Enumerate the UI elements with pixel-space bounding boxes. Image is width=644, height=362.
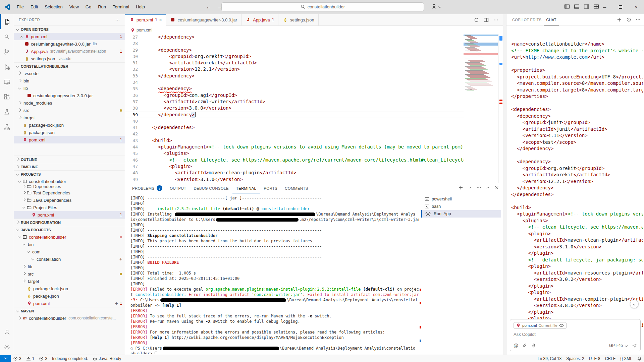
status-3[interactable]: 3 (11, 355, 24, 362)
tree-item[interactable]: pom.xml1 (14, 211, 125, 219)
tree-item[interactable]: cesiumlanguagewriter-3.0.0.jar (14, 92, 125, 99)
terminal-instance-bash[interactable]: bash (421, 203, 501, 210)
tree-item[interactable]: Dependencies (14, 185, 125, 189)
activity-remote[interactable] (0, 74, 14, 89)
menu-edit[interactable]: Edit (27, 3, 41, 11)
mention-icon[interactable]: @ (514, 343, 518, 348)
more-icon[interactable] (636, 17, 641, 22)
tree-item[interactable]: Project Files (14, 204, 125, 211)
close-icon[interactable]: × (19, 34, 24, 39)
close-icon[interactable] (494, 185, 499, 190)
open-editor-item[interactable]: {}settings.json.vscode (14, 55, 125, 62)
open-editor-item[interactable]: cesiumlanguagewriter-3.0.0.jarlib (14, 40, 125, 48)
tree-item[interactable]: lib (14, 84, 125, 92)
terminal-instance-run-app[interactable]: Run: App (421, 210, 501, 218)
menu-run[interactable]: Run (95, 3, 109, 11)
tree-item[interactable]: constellation+ (14, 255, 125, 263)
code-editor[interactable]: 27 </dependency>2829 <dependency>30 <gro… (125, 34, 503, 183)
split-icon[interactable] (484, 17, 489, 22)
tree-item[interactable]: constellationbuilder (14, 178, 125, 185)
breadcrumb[interactable]: pom.xml (125, 26, 503, 34)
profile-button[interactable] (431, 3, 441, 10)
activity-search[interactable] (0, 29, 14, 44)
close-icon[interactable]: × (159, 17, 162, 22)
tree-item[interactable]: bin (14, 241, 125, 248)
tree-item[interactable]: .vscode (14, 70, 125, 77)
panel-tab-ports[interactable]: PORTS (260, 183, 281, 193)
activity-account[interactable] (0, 324, 14, 340)
minimap[interactable] (464, 34, 498, 183)
tree-item[interactable]: lib (14, 263, 125, 270)
terminal-output[interactable]: [INFO] --------------------------------[… (130, 195, 419, 354)
tree-item[interactable]: {}package-lock.json (14, 285, 125, 292)
section-timeline[interactable]: TIMELINE (14, 163, 125, 170)
panel-tab-problems[interactable]: PROBLEMS7 (128, 183, 166, 193)
mic-icon[interactable] (531, 343, 536, 348)
copilot-tab-chat[interactable]: CHAT (544, 14, 558, 25)
overview-ruler[interactable] (498, 34, 503, 183)
tree-item[interactable]: pom.xml1 (14, 136, 125, 143)
status-spaces-2[interactable]: Spaces: 2 (564, 355, 586, 362)
tab-settings.json[interactable]: {}settings.json (278, 14, 318, 25)
panel-tab-comments[interactable]: COMMENTS (281, 183, 312, 193)
history-icon[interactable] (626, 17, 631, 22)
status-java-ready[interactable]: Java: Ready (90, 355, 123, 362)
section-java-projects[interactable]: JAVA PROJECTS (14, 226, 125, 233)
close-button[interactable]: × (628, 0, 644, 14)
new-file-icon[interactable]: + (115, 301, 118, 306)
minimize-button[interactable]: ─ (597, 0, 612, 14)
sync-icon[interactable] (474, 17, 479, 22)
tree-item[interactable]: target (14, 114, 125, 121)
menu-terminal[interactable]: Terminal (109, 3, 132, 11)
attach-icon[interactable] (522, 343, 527, 348)
panel-tab-debug-console[interactable]: DEBUG CONSOLE (190, 183, 232, 193)
explorer-more-actions[interactable]: ⋯ (115, 17, 120, 22)
tree-item[interactable]: src (14, 107, 125, 114)
model-picker[interactable]: GPT-4o (609, 343, 628, 348)
plus-icon[interactable] (617, 17, 622, 22)
menu-view[interactable]: View (66, 3, 82, 11)
terminal-scrollbar[interactable] (420, 195, 421, 355)
panelic-icon[interactable] (574, 4, 580, 9)
tab-pom.xml[interactable]: pom.xml1× (125, 14, 166, 26)
tree-item[interactable]: src (14, 270, 125, 278)
command-center-search[interactable]: constellationbuilder (221, 2, 424, 11)
status-indexing-completed-[interactable]: Indexing completed. (50, 355, 90, 362)
tree-item[interactable]: {}package.json (14, 129, 125, 136)
menu-help[interactable]: Help (132, 3, 148, 11)
menu-file[interactable]: File (13, 3, 27, 11)
section-maven[interactable]: MAVEN (14, 307, 125, 314)
tree-item[interactable]: Java Dependencies (14, 196, 125, 204)
section-outline[interactable]: OUTLINE (14, 156, 125, 163)
send-icon[interactable] (632, 343, 637, 348)
activity-debug[interactable] (0, 59, 14, 74)
more-icon[interactable] (476, 185, 481, 190)
status-item[interactable] (635, 355, 644, 362)
remote-indicator[interactable]: >< (0, 355, 11, 362)
activity-gear[interactable] (0, 340, 14, 355)
activity-files[interactable] (0, 14, 14, 29)
status-utf-8[interactable]: UTF-8 (587, 355, 603, 362)
panel-tab-output[interactable]: OUTPUT (166, 183, 190, 193)
status-1[interactable]: 1 (24, 355, 37, 362)
tab-cesiumlanguagewriter-3.0.0.jar[interactable]: cesiumlanguagewriter-3.0.0.jar (166, 14, 241, 25)
context-chip[interactable]: pom.xml Current file (514, 322, 567, 329)
new-file-icon[interactable]: + (119, 256, 122, 262)
activity-org[interactable] (0, 120, 14, 135)
section-open-editors[interactable]: OPEN EDITORS (14, 25, 125, 33)
panel-sash[interactable] (503, 14, 506, 355)
tree-item[interactable]: mconstellationbuildercom.constellation:c… (14, 314, 125, 322)
plus-icon[interactable] (458, 185, 463, 190)
status-crlf[interactable]: CRLF (603, 355, 618, 362)
tree-item[interactable]: com (14, 248, 125, 255)
activity-beaker[interactable] (0, 105, 14, 120)
section-projects[interactable]: PROJECTS (14, 170, 125, 178)
activity-extensions[interactable] (0, 89, 14, 105)
tree-item[interactable]: pom.xml+1 (14, 300, 125, 307)
chevup-icon[interactable] (486, 185, 490, 190)
tree-item[interactable]: {}package.json (14, 292, 125, 300)
tree-item[interactable]: constellationbuilder (14, 233, 125, 241)
tree-item[interactable]: Test Dependencies (14, 189, 125, 196)
sbleft-icon[interactable] (564, 4, 570, 9)
section-constellationbuilder[interactable]: CONSTELLATIONBUILDER (14, 62, 125, 70)
